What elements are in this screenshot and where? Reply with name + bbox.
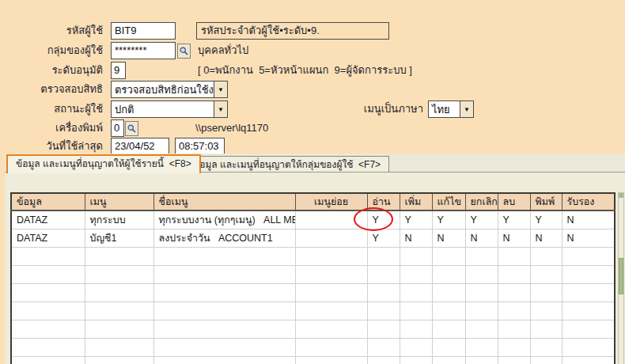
table-cell[interactable]	[432, 265, 465, 283]
table-cell[interactable]	[432, 320, 465, 338]
table-cell[interactable]: ทุกระบบงาน (ทุกๆเมนู) ALL MENU	[153, 210, 295, 229]
table-cell[interactable]	[465, 338, 498, 356]
table-cell[interactable]	[367, 320, 400, 338]
table-cell[interactable]	[530, 265, 562, 283]
table-cell[interactable]: Y	[367, 229, 400, 247]
table-cell[interactable]	[432, 356, 465, 364]
table-cell[interactable]	[400, 247, 432, 265]
table-cell[interactable]: Y	[367, 210, 400, 229]
table-cell[interactable]: N	[432, 229, 465, 247]
table-cell[interactable]	[295, 229, 367, 247]
chevron-down-icon[interactable]: ▼	[214, 82, 227, 97]
tab-group-permissions[interactable]: ข้อมูล และเมนูที่อนุญาตให้กลุ่มของผู้ใช้…	[184, 156, 389, 173]
table-cell[interactable]	[85, 283, 153, 301]
user-group-lookup-button[interactable]	[177, 44, 191, 59]
table-cell[interactable]	[530, 356, 562, 364]
table-cell[interactable]	[465, 283, 498, 301]
table-cell[interactable]	[562, 301, 615, 320]
table-cell[interactable]: N	[498, 229, 530, 247]
table-cell[interactable]	[295, 320, 367, 338]
table-cell[interactable]	[295, 210, 367, 229]
table-cell[interactable]	[530, 283, 562, 301]
user-id-input[interactable]: BIT9	[111, 22, 176, 40]
table-cell[interactable]	[432, 338, 465, 356]
table-cell[interactable]	[11, 320, 85, 338]
table-cell[interactable]	[530, 320, 562, 338]
chevron-down-icon[interactable]: ▼	[214, 101, 227, 117]
table-cell[interactable]	[400, 265, 432, 283]
table-cell[interactable]	[85, 265, 153, 283]
printer-lookup-button[interactable]	[125, 121, 138, 136]
table-cell[interactable]	[498, 301, 530, 320]
table-cell[interactable]: DATAZ	[11, 210, 85, 229]
table-cell[interactable]	[295, 247, 367, 265]
table-cell[interactable]: ทุกระบบ	[85, 210, 153, 229]
table-cell[interactable]	[400, 320, 432, 338]
table-cell[interactable]	[153, 265, 295, 283]
table-cell[interactable]	[465, 247, 498, 265]
table-cell[interactable]	[295, 265, 367, 283]
table-cell[interactable]	[153, 283, 295, 301]
check-rights-select[interactable]: ตรวจสอบสิทธิก่อนใช้ง ▼	[111, 81, 228, 98]
table-cell[interactable]	[367, 283, 400, 301]
table-cell[interactable]	[498, 338, 530, 356]
table-cell[interactable]	[11, 247, 85, 265]
table-cell[interactable]: Y	[465, 210, 498, 229]
table-cell[interactable]: Y	[432, 210, 465, 229]
table-cell[interactable]	[85, 247, 153, 265]
table-cell[interactable]: บัญชี1	[85, 229, 153, 247]
table-cell[interactable]	[562, 247, 615, 265]
table-cell[interactable]: N	[465, 229, 498, 247]
printer-input[interactable]: 0	[111, 119, 124, 137]
table-cell[interactable]	[85, 320, 153, 338]
table-cell[interactable]	[400, 356, 432, 364]
table-cell[interactable]: N	[562, 210, 615, 229]
table-cell[interactable]	[562, 338, 615, 356]
table-cell[interactable]	[153, 338, 295, 356]
table-cell[interactable]: ลงประจำวัน ACCOUNT1	[153, 229, 295, 247]
table-cell[interactable]	[498, 265, 530, 283]
table-cell[interactable]	[367, 265, 400, 283]
table-cell[interactable]	[530, 247, 562, 265]
table-cell[interactable]	[367, 356, 400, 364]
table-cell[interactable]	[295, 356, 367, 364]
table-cell[interactable]	[400, 283, 432, 301]
last-used-date-input[interactable]: 23/04/52	[111, 138, 169, 155]
table-cell[interactable]	[432, 247, 465, 265]
table-cell[interactable]	[562, 265, 615, 283]
table-cell[interactable]	[530, 338, 562, 356]
menu-language-select[interactable]: ไทย ▼	[428, 100, 474, 118]
table-cell[interactable]	[562, 356, 615, 364]
table-cell[interactable]	[11, 338, 85, 356]
scrollbar-top-cap[interactable]	[619, 193, 623, 198]
table-cell[interactable]	[295, 283, 367, 301]
table-cell[interactable]: N	[530, 229, 562, 247]
tab-user-permissions[interactable]: ข้อมูล และเมนูที่อนุญาตให้ผู้ใช้รายนี้ <…	[6, 154, 201, 173]
table-cell[interactable]	[498, 356, 530, 364]
table-cell[interactable]	[465, 301, 498, 320]
table-cell[interactable]	[562, 320, 615, 338]
table-cell[interactable]: N	[562, 229, 615, 247]
table-cell[interactable]	[153, 301, 295, 320]
table-cell[interactable]	[367, 338, 400, 356]
table-cell[interactable]	[498, 320, 530, 338]
table-cell[interactable]: DATAZ	[11, 229, 85, 247]
table-cell[interactable]	[153, 247, 295, 265]
last-used-time-input[interactable]: 08:57:03	[175, 138, 225, 155]
table-cell[interactable]	[11, 283, 85, 301]
table-cell[interactable]	[465, 265, 498, 283]
table-cell[interactable]: Y	[530, 210, 562, 229]
table-cell[interactable]	[11, 265, 85, 283]
user-status-select[interactable]: ปกติ ▼	[111, 100, 228, 118]
scrollbar-thumb[interactable]	[619, 258, 623, 294]
table-cell[interactable]: N	[400, 229, 432, 247]
table-cell[interactable]	[295, 301, 367, 320]
table-cell[interactable]	[498, 283, 530, 301]
table-cell[interactable]: Y	[400, 210, 432, 229]
chevron-down-icon[interactable]: ▼	[460, 101, 473, 117]
table-cell[interactable]	[400, 338, 432, 356]
table-cell[interactable]	[498, 247, 530, 265]
user-group-input[interactable]: ********	[111, 42, 176, 59]
table-cell[interactable]	[400, 301, 432, 320]
vertical-scrollbar[interactable]	[618, 192, 624, 364]
